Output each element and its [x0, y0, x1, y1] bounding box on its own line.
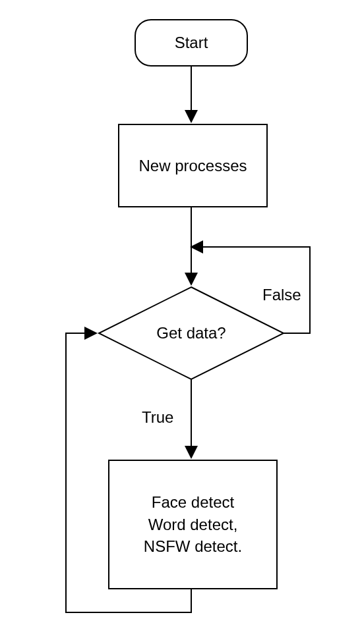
new-processes-label: New processes: [119, 124, 267, 207]
start-label: Start: [135, 20, 247, 66]
true-label: True: [142, 408, 173, 427]
get-data-label: Get data?: [99, 287, 284, 379]
false-label: False: [262, 286, 301, 304]
detect-label: Face detect Word detect, NSFW detect.: [109, 460, 277, 589]
